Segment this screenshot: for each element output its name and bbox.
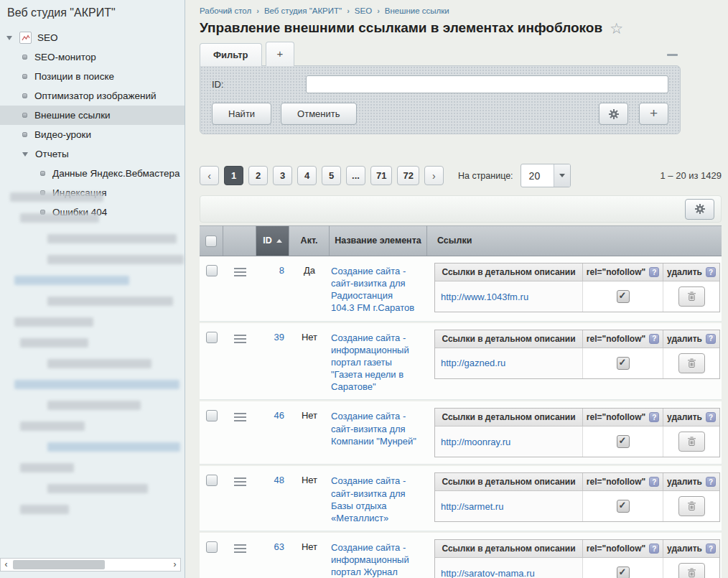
nofollow-checkbox[interactable] [617,435,630,448]
nofollow-checkbox[interactable] [617,567,630,578]
row-id-link[interactable]: 8 [256,261,289,314]
hamburger-icon [234,268,246,314]
page-button[interactable]: 72 [397,166,419,185]
help-icon[interactable]: ? [706,412,716,422]
sidebar-item[interactable]: Данные Яндекс.Вебмастера [0,164,185,183]
filter-tab[interactable]: Фильтр [200,43,262,66]
trash-icon [687,437,696,447]
nofollow-checkbox[interactable] [617,357,630,370]
grid-settings-button[interactable] [685,199,714,220]
sidebar-item[interactable]: Отчеты [0,144,185,164]
select-dropdown-arrow[interactable] [554,164,570,187]
help-icon[interactable]: ? [649,477,659,487]
help-icon[interactable]: ? [649,544,659,554]
scrollbar-left-arrow-icon[interactable]: ‹ [1,559,11,571]
external-url-link[interactable]: http://saratov-mama.ru [441,568,535,578]
favorite-star-icon[interactable]: ☆ [610,21,623,36]
breadcrumb-link[interactable]: Внешние ссылки [385,6,449,15]
add-filter-tab[interactable]: + [266,42,295,66]
page-button[interactable]: 5 [322,166,341,185]
external-url-link[interactable]: http://sarmet.ru [441,501,503,512]
help-icon[interactable]: ? [706,544,716,554]
row-id-link[interactable]: 63 [256,538,289,578]
cancel-button[interactable]: Отменить [281,103,356,125]
delete-link-button[interactable] [678,432,705,452]
row-id-link[interactable]: 39 [256,328,289,393]
scrollbar-right-arrow-icon[interactable]: › [169,559,180,571]
external-url-link[interactable]: http://gazned.ru [441,358,505,368]
delete-link-button[interactable] [678,286,705,307]
sidebar-item[interactable]: SEO-монитор [0,47,185,67]
row-checkbox[interactable] [206,475,218,486]
filter-settings-button[interactable] [599,103,628,125]
select-all-header-cell[interactable] [200,225,223,256]
links-column-header[interactable]: Ссылки [427,225,722,256]
row-actions-menu-button[interactable] [223,538,256,578]
nofollow-checkbox[interactable] [617,290,630,303]
row-checkbox[interactable] [206,265,218,276]
sidebar-item[interactable]: Внешние ссылки [0,106,185,125]
help-icon[interactable]: ? [649,412,659,422]
help-icon[interactable]: ? [706,267,716,277]
row-checkbox[interactable] [206,541,218,553]
sidebar-item[interactable]: Оптимизатор изображений [0,86,185,106]
help-icon[interactable]: ? [706,477,716,487]
prev-page-button[interactable]: ‹ [200,166,219,185]
page-button[interactable]: 2 [248,166,268,185]
active-column-header[interactable]: Акт. [289,225,330,256]
id-filter-input[interactable] [306,75,668,93]
page-button[interactable]: 3 [273,166,292,185]
row-actions-menu-button[interactable] [223,261,256,314]
nofollow-checkbox[interactable] [617,500,630,513]
select-all-checkbox[interactable] [205,236,217,247]
page-button[interactable]: ... [346,166,365,185]
row-id-link[interactable]: 46 [256,406,289,457]
breadcrumb-link[interactable]: Веб студия "АКРИТ" [264,6,342,15]
hamburger-icon [234,335,246,393]
delete-link-button[interactable] [678,496,705,516]
sidebar-item[interactable]: SEO [0,28,185,47]
plus-icon: + [650,106,658,120]
per-page-select[interactable]: 20 [521,164,571,187]
row-checkbox[interactable] [206,332,218,343]
element-name-link[interactable]: Создание сайта - информационный портал г… [331,332,419,393]
breadcrumb-link[interactable]: SEO [355,6,372,15]
external-url-link[interactable]: http://www.1043fm.ru [441,292,528,302]
sidebar-item-label: Внешние ссылки [34,110,111,121]
subtable-links-header: Ссылки в детальном описании [435,540,583,557]
element-name-link[interactable]: Создание сайта - информационный портал Ж… [331,541,419,578]
element-name-link[interactable]: Создание сайта - сайт-визитка для Базы о… [331,475,419,524]
collapse-filter-icon[interactable] [667,54,678,56]
delete-link-button[interactable] [678,563,705,578]
sidebar-item[interactable]: Позиции в поиске [0,67,185,86]
grid-toolbar [200,195,722,223]
id-column-header[interactable]: ID [256,225,289,256]
help-icon[interactable]: ? [649,334,659,344]
sidebar-horizontal-scrollbar[interactable]: ‹ › [0,558,181,572]
delete-link-button[interactable] [678,353,705,373]
scrollbar-thumb[interactable] [13,560,105,569]
row-actions-menu-button[interactable] [223,406,256,457]
help-icon[interactable]: ? [649,267,659,277]
breadcrumb-link[interactable]: Рабочий стол [200,6,251,15]
find-button[interactable]: Найти [212,103,271,125]
row-checkbox[interactable] [206,410,218,421]
external-url-link[interactable]: http://moonray.ru [441,437,510,447]
table-header: ID Акт. Название элемента Ссылки [200,225,722,256]
add-filter-field-button[interactable]: + [639,103,668,125]
element-name-link[interactable]: Создание сайта - сайт-визитка для Радиос… [331,265,419,314]
row-actions-menu-button[interactable] [223,471,256,524]
gear-icon [608,108,620,120]
next-page-button[interactable]: › [424,166,444,185]
element-name-link[interactable]: Создание сайта - сайт-визитка для Компан… [331,410,419,447]
page-button[interactable]: 71 [370,166,392,185]
row-actions-menu-button[interactable] [223,328,256,393]
page-button[interactable]: 4 [297,166,317,185]
name-column-header[interactable]: Название элемента [330,225,427,256]
help-icon[interactable]: ? [706,334,716,344]
sidebar-item[interactable]: Видео-уроки [0,125,185,144]
chevron-down-icon [559,174,565,177]
row-id-link[interactable]: 48 [256,471,289,524]
page-button[interactable]: 1 [224,166,243,185]
per-page-label: На странице: [458,171,513,181]
